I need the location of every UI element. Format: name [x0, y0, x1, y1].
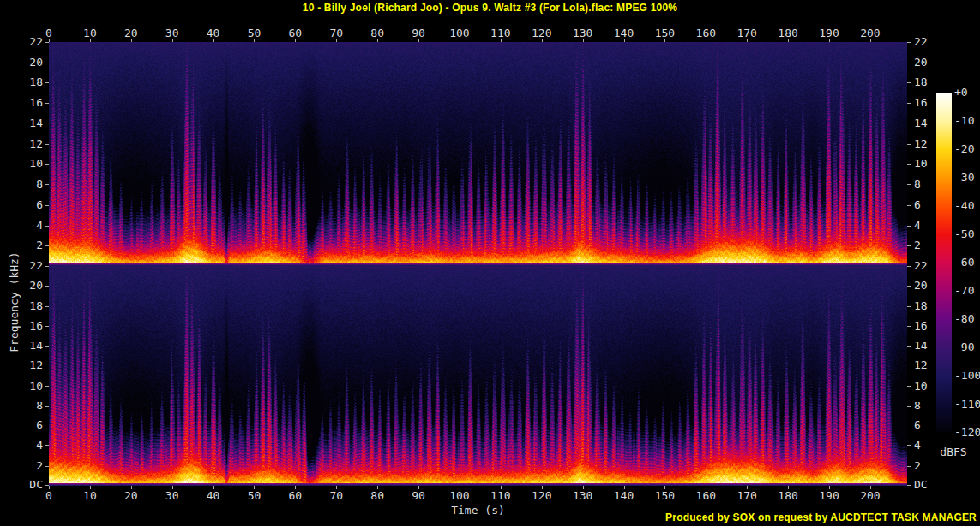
time-tick-label-top: 170	[730, 27, 764, 39]
colorbar-tick-label: -40	[954, 200, 980, 212]
colorbar-tick-label: -50	[954, 228, 980, 240]
time-tick-label-top: 200	[853, 27, 887, 39]
freq-tick-label-left: 20	[7, 280, 43, 292]
time-tick-mark-top	[295, 39, 296, 42]
freq-tick-mark-right	[907, 226, 911, 227]
time-tick-mark-top	[788, 39, 789, 42]
freq-tick-label-left: 14	[7, 340, 43, 352]
time-tick-label-bottom: 40	[196, 490, 231, 502]
time-tick-label-bottom: 190	[812, 490, 846, 502]
freq-tick-mark-left	[45, 205, 49, 206]
colorbar-tick-label: -70	[954, 285, 980, 297]
time-tick-label-bottom: 140	[607, 490, 641, 502]
freq-tick-mark-right	[907, 103, 911, 104]
freq-tick-label-right: 20	[914, 57, 948, 69]
spectrogram-channel-2	[49, 266, 907, 486]
freq-tick-label-left: 14	[7, 118, 43, 130]
freq-tick-label-left: 12	[7, 360, 43, 372]
time-tick-mark-top	[213, 39, 214, 42]
time-tick-label-bottom: 110	[484, 490, 518, 502]
freq-tick-label-left: 18	[7, 76, 43, 88]
time-tick-label-bottom: 200	[853, 490, 887, 502]
time-tick-mark-top	[49, 39, 50, 42]
time-tick-label-top: 130	[566, 27, 600, 39]
time-tick-label-top: 150	[647, 27, 682, 39]
freq-tick-mark-left	[45, 184, 49, 185]
colorbar-tick-label: -110	[954, 398, 980, 410]
freq-tick-mark-left	[45, 103, 49, 104]
time-tick-label-bottom: 10	[73, 490, 107, 502]
freq-tick-mark-left	[45, 466, 49, 467]
time-tick-mark-top	[706, 39, 706, 42]
time-tick-label-top: 40	[196, 27, 231, 39]
time-tick-label-top: 160	[688, 27, 723, 39]
time-tick-label-bottom: 30	[155, 490, 189, 502]
time-tick-label-top: 20	[114, 27, 148, 39]
freq-tick-mark-right	[907, 205, 911, 206]
freq-tick-mark-left	[45, 82, 49, 83]
freq-tick-mark-left	[45, 426, 49, 426]
freq-tick-mark-right	[907, 42, 911, 43]
sox-spectrogram-window: 10 - Billy Joel (Richard Joo) - Opus 9. …	[0, 0, 980, 526]
colorbar-unit-label: dBFS	[934, 445, 973, 458]
freq-tick-label-left: 6	[7, 420, 43, 432]
freq-tick-label-right: 22	[914, 36, 948, 48]
time-tick-mark-top	[90, 39, 91, 42]
freq-tick-mark-left	[45, 245, 49, 246]
freq-tick-mark-left	[45, 445, 49, 446]
freq-tick-mark-left	[45, 63, 49, 63]
freq-tick-mark-right	[907, 386, 911, 387]
time-tick-mark-top	[747, 39, 748, 42]
colorbar-tick-label: -10	[954, 115, 980, 127]
time-tick-label-top: 190	[812, 27, 846, 39]
freq-tick-mark-left	[45, 346, 49, 347]
colorbar-tick-label: -100	[954, 370, 980, 382]
freq-tick-mark-left	[45, 164, 49, 165]
spectrogram-channel-1	[49, 42, 907, 266]
freq-tick-mark-left	[45, 266, 49, 267]
time-tick-label-bottom: 0	[32, 490, 66, 502]
freq-tick-mark-right	[907, 485, 911, 486]
time-tick-label-bottom: 170	[730, 490, 764, 502]
freq-tick-mark-left	[45, 306, 49, 307]
freq-tick-mark-right	[907, 466, 911, 467]
time-tick-label-top: 90	[401, 27, 436, 39]
freq-tick-mark-left	[45, 406, 49, 407]
time-tick-label-top: 70	[319, 27, 353, 39]
freq-tick-label-left: 2	[7, 239, 43, 251]
freq-tick-label-left: 20	[7, 57, 43, 69]
time-tick-label-top: 110	[484, 27, 518, 39]
freq-tick-mark-left	[45, 366, 49, 366]
freq-tick-label-left: 16	[7, 97, 43, 109]
time-tick-label-bottom: 60	[278, 490, 312, 502]
freq-tick-mark-right	[907, 326, 911, 327]
time-tick-label-top: 180	[771, 27, 805, 39]
freq-tick-mark-left	[45, 286, 49, 287]
time-tick-mark-top	[829, 39, 830, 42]
freq-tick-label-left: 16	[7, 320, 43, 332]
time-tick-mark-top	[336, 39, 337, 42]
freq-tick-mark-right	[907, 366, 911, 366]
time-tick-label-bottom: 130	[566, 490, 600, 502]
freq-tick-label-right: 18	[914, 76, 948, 88]
freq-tick-mark-left	[45, 144, 49, 145]
colorbar-tick-label: -60	[954, 257, 980, 269]
freq-tick-mark-right	[907, 406, 911, 407]
freq-tick-mark-left	[45, 485, 49, 486]
time-tick-mark-top	[542, 39, 543, 42]
time-tick-label-top: 80	[360, 27, 394, 39]
time-tick-label-bottom: 150	[647, 490, 682, 502]
time-tick-label-top: 100	[442, 27, 477, 39]
time-tick-label-bottom: 90	[401, 490, 436, 502]
freq-tick-mark-right	[907, 426, 911, 426]
freq-tick-label-left: 10	[7, 158, 43, 170]
time-tick-mark-top	[624, 39, 625, 42]
freq-tick-mark-right	[907, 266, 911, 267]
freq-tick-label-left: 4	[7, 439, 43, 451]
freq-tick-mark-left	[45, 386, 49, 387]
freq-tick-mark-right	[907, 184, 911, 185]
time-tick-mark-top	[377, 39, 378, 42]
freq-tick-label-right: DC	[914, 479, 948, 491]
colorbar-tick-label: -30	[954, 172, 980, 184]
freq-tick-mark-left	[45, 326, 49, 327]
